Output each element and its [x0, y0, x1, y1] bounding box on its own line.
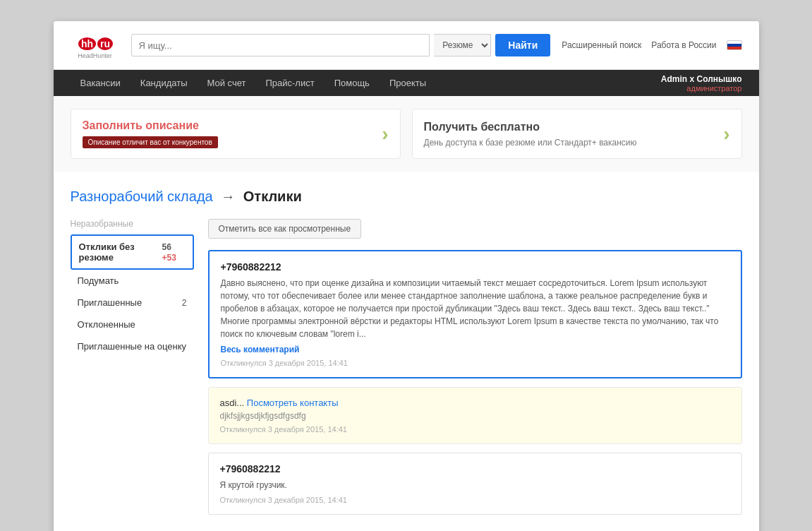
promo-1-title: Заполнить описание	[83, 119, 218, 132]
promo-card-2-content: Получить бесплатно День доступа к базе р…	[424, 121, 637, 148]
nav-items: Вакансии Кандидаты Мой счет Прайс-лист П…	[71, 70, 437, 96]
sidebar-item-help[interactable]: Помощь	[325, 70, 380, 96]
breadcrumb-parent[interactable]: Разнорабочий склада	[71, 189, 213, 204]
flag-icon[interactable]	[727, 40, 742, 50]
sidebar-item-think-label: Подумать	[78, 275, 119, 286]
search-bar: Резюме Найти	[131, 34, 551, 56]
content-layout: Неразобранные Отклики без резюме 56 +53 …	[71, 219, 742, 523]
sidebar-item-candidates[interactable]: Кандидаты	[131, 70, 198, 96]
response-2-subtext: djkfsjjkgsdjkfjgsdfgsdfg	[220, 411, 730, 421]
response-1-time: Откликнулся 3 декабря 2015, 14:41	[221, 359, 729, 367]
search-type-select[interactable]: Резюме	[434, 34, 491, 56]
response-card-1[interactable]: +7960882212 Давно выяснено, что при оцен…	[208, 250, 742, 378]
sidebar-item-rejected[interactable]: Отклоненные	[71, 314, 194, 335]
promo-2-desc: День доступа к базе резюме или Стандарт+…	[424, 138, 637, 148]
response-3-body: Я крутой грузчик.	[220, 479, 730, 491]
sidebar-item-projects[interactable]: Проекты	[380, 70, 436, 96]
response-card-2[interactable]: asdi... Посмотреть контакты djkfsjjkgsdj…	[208, 387, 742, 444]
sidebar-item-no-resume-counts: 56 +53	[162, 241, 185, 263]
nav-user-name: Admin х Солнышко	[661, 74, 742, 84]
count-normal: 56	[162, 242, 171, 252]
response-2-name-prefix: asdi...	[220, 398, 245, 408]
sidebar-item-think[interactable]: Подумать	[71, 270, 194, 292]
promo-card-2[interactable]: Получить бесплатно День доступа к базе р…	[412, 109, 742, 159]
promo-card-1[interactable]: Заполнить описание Описание отличит вас …	[71, 109, 401, 159]
sidebar-item-invited[interactable]: Приглашенные 2	[71, 292, 194, 314]
main-content: Разнорабочий склада → Отклики Неразобран…	[54, 172, 759, 531]
work-in-russia-link[interactable]: Работа в России	[651, 40, 716, 50]
sidebar-item-my-account[interactable]: Мой счет	[197, 70, 255, 96]
search-input[interactable]	[131, 34, 430, 56]
sidebar-section-label: Неразобранные	[71, 219, 194, 229]
count-new: +53	[162, 253, 176, 263]
response-2-name: asdi... Посмотреть контакты	[220, 398, 730, 408]
promo-1-arrow: ›	[382, 123, 388, 145]
logo-ru-badge: ru	[97, 37, 113, 50]
promo-section: Заполнить описание Описание отличит вас …	[54, 96, 759, 172]
nav-user[interactable]: Admin х Солнышко администратор	[661, 74, 742, 93]
logo-hh: hhru	[77, 31, 113, 51]
nav-user-role: администратор	[686, 84, 741, 93]
response-3-time: Откликнулся 3 декабря 2015, 14:41	[220, 496, 730, 504]
mark-all-button[interactable]: Отметить все как просмотренные	[208, 219, 362, 239]
logo-subtitle: HeadHunter	[78, 52, 112, 59]
sidebar-item-invited-eval-label: Приглашенные на оценку	[78, 341, 187, 352]
response-3-phone: +7960882212	[220, 463, 730, 475]
search-button[interactable]: Найти	[495, 34, 550, 56]
response-1-link[interactable]: Весь комментарий	[221, 345, 729, 354]
promo-2-arrow: ›	[723, 123, 729, 145]
sidebar-item-price-list[interactable]: Прайс-лист	[255, 70, 324, 96]
promo-card-1-content: Заполнить описание Описание отличит вас …	[83, 119, 218, 148]
sidebar: Неразобранные Отклики без резюме 56 +53 …	[71, 219, 194, 523]
sidebar-item-vacancies[interactable]: Вакансии	[71, 70, 131, 96]
advanced-search-link[interactable]: Расширенный поиск	[562, 40, 641, 50]
sidebar-item-rejected-label: Отклоненные	[78, 319, 135, 330]
logo[interactable]: hhru HeadHunter	[71, 31, 120, 59]
header-links: Расширенный поиск Работа в России	[562, 40, 741, 50]
response-2-time: Откликнулся 3 декабря 2015, 14:41	[220, 425, 730, 434]
response-card-3[interactable]: +7960882212 Я крутой грузчик. Откликнулс…	[208, 453, 742, 515]
breadcrumb-current: Отклики	[243, 189, 302, 204]
sidebar-item-invited-label: Приглашенные	[78, 297, 143, 308]
response-1-body: Давно выяснено, что при оценке дизайна и…	[221, 277, 729, 340]
sidebar-item-invited-count: 2	[182, 298, 187, 308]
main-panel: Отметить все как просмотренные +79608822…	[208, 219, 742, 523]
promo-1-badge: Описание отличит вас от конкурентов	[83, 136, 218, 148]
promo-2-title: Получить бесплатно	[424, 121, 637, 133]
logo-hh-text: hh	[78, 37, 96, 50]
sidebar-item-invited-eval[interactable]: Приглашенные на оценку	[71, 335, 194, 357]
response-1-phone: +7960882212	[221, 261, 729, 273]
page-heading: Разнорабочий склада → Отклики	[71, 189, 742, 205]
nav-bar: Вакансии Кандидаты Мой счет Прайс-лист П…	[54, 70, 759, 96]
breadcrumb-arrow: →	[221, 189, 235, 204]
response-2-name-link[interactable]: Посмотреть контакты	[247, 398, 339, 408]
header: hhru HeadHunter Резюме Найти Расширенный…	[54, 21, 759, 70]
sidebar-item-no-resume-label: Отклики без резюме	[79, 241, 162, 263]
sidebar-item-no-resume[interactable]: Отклики без резюме 56 +53	[71, 234, 194, 270]
